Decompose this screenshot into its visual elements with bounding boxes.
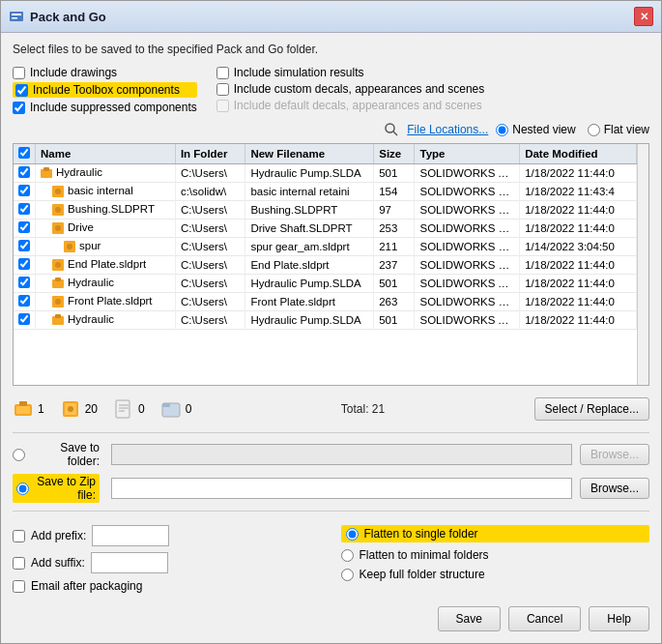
include-default-decals-option[interactable]: Include default decals, appearances and … [216,99,485,112]
row-size: 263 [374,293,415,311]
row-checkbox[interactable] [18,277,30,288]
nested-view-radio[interactable] [496,124,508,136]
flat-view-radio[interactable] [588,124,600,136]
add-suffix-checkbox[interactable] [13,557,25,570]
flatten-single-option[interactable]: Flatten to single folder [341,525,650,542]
search-icon[interactable] [384,122,399,137]
drawings-count-value: 0 [138,402,145,416]
row-checkbox[interactable] [18,295,30,307]
nested-view-option[interactable]: Nested view [496,123,575,136]
col-newfilename[interactable]: New Filename [245,144,374,164]
add-prefix-label: Add prefix: [31,529,86,542]
other-count-value: 0 [186,402,192,416]
row-checkbox[interactable] [18,185,30,196]
flat-view-option[interactable]: Flat view [588,123,649,136]
svg-rect-0 [10,12,23,21]
file-locations-link[interactable]: File Locations... [407,123,488,136]
save-folder-input[interactable] [111,444,572,465]
suffix-input[interactable] [91,552,168,573]
svg-point-12 [55,225,61,231]
row-name: Front Plate.sldprt [36,293,176,311]
browse-zip-button[interactable]: Browse... [580,478,649,499]
row-checkbox[interactable] [18,258,30,270]
table-row[interactable]: HydraulicC:\Users\Hydraulic Pump.SLDA501… [14,275,637,293]
browse-folder-button[interactable]: Browse... [580,444,649,465]
include-custom-decals-checkbox[interactable] [216,83,229,96]
right-extra-options: Flatten to single folder Flatten to mini… [341,525,650,593]
instruction-text: Select files to be saved to the specifie… [13,43,649,56]
col-size[interactable]: Size [374,144,415,164]
include-drawings-checkbox[interactable] [13,67,25,79]
svg-rect-2 [12,17,17,19]
flatten-single-radio[interactable] [346,528,359,541]
svg-rect-6 [43,167,49,171]
email-checkbox[interactable] [13,580,25,593]
prefix-input[interactable] [92,525,169,546]
keep-full-label: Keep full folder structure [360,568,485,581]
row-type: SOLIDWORKS Ass [415,311,520,330]
scrollbar[interactable] [637,144,648,385]
drawings-count: 0 [113,398,145,420]
col-name[interactable]: Name [36,144,176,164]
table-row[interactable]: basic internalc:\solidw\basic internal r… [14,183,637,201]
row-date: 1/14/2022 3:04:50 [520,238,637,256]
row-checkbox[interactable] [18,313,30,325]
row-newfilename: spur gear_am.sldprt [245,238,374,256]
include-simulation-label: Include simulation results [234,66,364,79]
save-zip-radio[interactable] [16,483,29,495]
include-suppressed-option[interactable]: Include suppressed components [13,101,197,114]
keep-full-radio[interactable] [341,569,354,581]
include-drawings-option[interactable]: Include drawings [13,66,197,79]
table-row[interactable]: spurC:\Users\spur gear_am.sldprt211SOLID… [14,238,637,256]
table-row[interactable]: HydraulicC:\Users\Hydraulic Pump.SLDA501… [14,164,637,183]
save-zip-input[interactable] [111,478,572,499]
row-newfilename: Bushing.SLDPRT [245,201,374,220]
include-simulation-option[interactable]: Include simulation results [216,66,485,79]
table-row[interactable]: DriveC:\Users\Drive Shaft.SLDPRT253SOLID… [14,220,637,238]
close-button[interactable]: ✕ [634,7,653,26]
save-folder-option[interactable]: Save to folder: [13,441,100,468]
include-simulation-checkbox[interactable] [216,67,229,79]
row-name: Hydraulic [36,164,176,183]
save-folder-radio[interactable] [13,449,25,461]
assembly-icon [13,398,34,420]
row-type: SOLIDWORKS Ass [415,164,520,183]
row-checkbox[interactable] [18,240,30,251]
include-custom-decals-option[interactable]: Include custom decals, appearances and s… [216,82,485,96]
table-row[interactable]: HydraulicC:\Users\Hydraulic Pump.SLDA501… [14,311,637,330]
include-toolbox-checkbox[interactable] [15,84,28,97]
help-button[interactable]: Help [589,606,649,631]
add-prefix-checkbox[interactable] [13,530,25,542]
row-name: End Plate.sldprt [36,256,176,275]
table-row[interactable]: End Plate.sldprtC:\Users\End Plate.sldpr… [14,256,637,275]
table-row[interactable]: Front Plate.sldprtC:\Users\Front Plate.s… [14,293,637,311]
flatten-minimal-option[interactable]: Flatten to minimal folders [341,548,650,562]
flatten-minimal-radio[interactable] [341,549,354,562]
row-newfilename: Hydraulic Pump.SLDA [245,275,374,293]
row-checkbox[interactable] [18,221,30,233]
table-row[interactable]: Bushing.SLDPRTC:\Users\Bushing.SLDPRT97S… [14,201,637,220]
row-checkbox[interactable] [18,203,30,215]
cancel-button[interactable]: Cancel [508,606,581,631]
row-date: 1/18/2022 11:44:0 [520,293,637,311]
include-default-decals-checkbox[interactable] [216,100,229,112]
save-button[interactable]: Save [438,606,501,631]
select-replace-button[interactable]: Select / Replace... [534,397,649,421]
col-date[interactable]: Date Modified [520,144,637,164]
row-name: basic internal [36,183,176,201]
include-toolbox-option[interactable]: Include Toolbox components [13,82,197,98]
left-extra-options: Add prefix: Add suffix: Email after pack… [13,525,322,593]
row-name: Hydraulic [36,275,176,293]
keep-full-option[interactable]: Keep full folder structure [341,568,650,581]
row-newfilename: Hydraulic Pump.SLDA [245,164,374,183]
window-title: Pack and Go [30,10,106,24]
col-infolder[interactable]: In Folder [175,144,245,164]
save-zip-option[interactable]: Save to Zip file: [13,474,100,503]
col-type[interactable]: Type [415,144,520,164]
divider-2 [13,511,649,512]
row-checkbox[interactable] [18,166,30,178]
row-type: SOLIDWORKS Part [415,220,520,238]
svg-point-28 [68,406,73,412]
other-icon [160,398,182,420]
include-suppressed-checkbox[interactable] [13,102,25,114]
